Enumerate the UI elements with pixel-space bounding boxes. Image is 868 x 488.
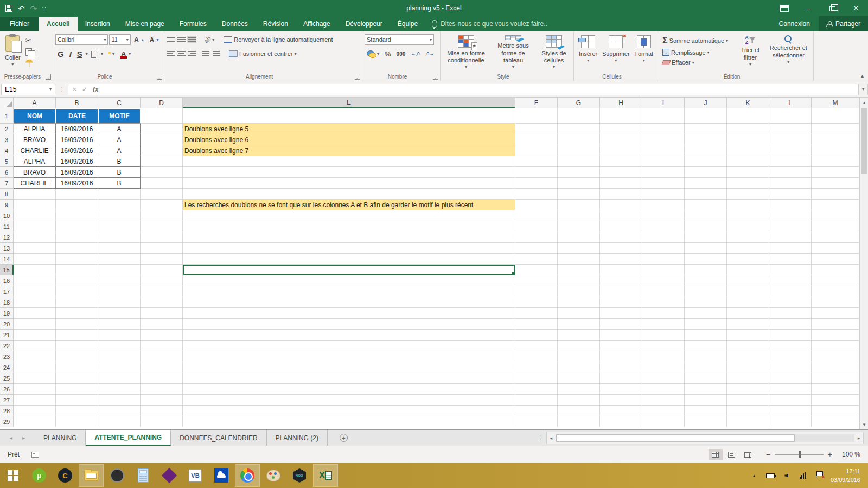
cell-M25[interactable]	[812, 373, 859, 384]
cell-G11[interactable]	[558, 221, 600, 232]
cell-B19[interactable]	[56, 308, 98, 319]
cell-K18[interactable]	[727, 297, 769, 308]
cell-G21[interactable]	[558, 330, 600, 341]
cell-G22[interactable]	[558, 341, 600, 351]
row-header-10[interactable]: 10	[0, 210, 14, 221]
row-header-18[interactable]: 18	[0, 297, 14, 308]
cell-G26[interactable]	[558, 384, 600, 395]
decrease-font-button[interactable]: A▼	[148, 35, 162, 44]
cell-M7[interactable]	[812, 178, 859, 189]
cell-E6[interactable]	[183, 167, 515, 178]
cell-A27[interactable]	[14, 395, 56, 406]
cell-C24[interactable]	[98, 362, 141, 373]
cell-I26[interactable]	[642, 384, 685, 395]
cell-A8[interactable]	[14, 189, 56, 200]
cell-H8[interactable]	[600, 189, 642, 200]
cell-K14[interactable]	[727, 254, 769, 265]
cell-D2[interactable]	[141, 124, 183, 134]
tab-equipe[interactable]: Équipe	[390, 17, 425, 31]
cell-B20[interactable]	[56, 319, 98, 330]
coller-button[interactable]: Coller ▾	[2, 33, 23, 71]
formula-bar-splitter[interactable]: ⋮	[55, 86, 68, 92]
row-header-5[interactable]: 5	[0, 156, 14, 167]
cell-D12[interactable]	[141, 232, 183, 243]
cell-D1[interactable]	[141, 108, 183, 124]
cell-G17[interactable]	[558, 286, 600, 297]
cell-E8[interactable]	[183, 189, 515, 200]
cell-L9[interactable]	[769, 200, 812, 210]
cell-B3[interactable]: 16/09/2016	[56, 134, 98, 145]
cell-L8[interactable]	[769, 189, 812, 200]
cell-I12[interactable]	[642, 232, 685, 243]
cell-K19[interactable]	[727, 308, 769, 319]
borders-button[interactable]: ▾	[89, 49, 105, 59]
cell-G6[interactable]	[558, 167, 600, 178]
cell-M16[interactable]	[812, 275, 859, 286]
cell-L12[interactable]	[769, 232, 812, 243]
cell-E25[interactable]	[183, 373, 515, 384]
cell-I6[interactable]	[642, 167, 685, 178]
somme-automatique-button[interactable]: Σ Somme automatique ▾	[660, 35, 730, 47]
cell-H11[interactable]	[600, 221, 642, 232]
cell-F10[interactable]	[515, 210, 558, 221]
row-header-12[interactable]: 12	[0, 232, 14, 243]
name-box[interactable]: E15 ▾	[1, 84, 55, 95]
cell-B15[interactable]	[56, 265, 98, 275]
cell-J10[interactable]	[685, 210, 727, 221]
cell-F19[interactable]	[515, 308, 558, 319]
cell-A7[interactable]: CHARLIE	[14, 178, 56, 189]
vertical-scroll-thumb[interactable]	[861, 108, 867, 174]
cell-I17[interactable]	[642, 286, 685, 297]
cell-I18[interactable]	[642, 297, 685, 308]
cell-G9[interactable]	[558, 200, 600, 210]
cell-E19[interactable]	[183, 308, 515, 319]
cell-B21[interactable]	[56, 330, 98, 341]
cell-K29[interactable]	[727, 416, 769, 427]
cell-K13[interactable]	[727, 243, 769, 254]
cell-J7[interactable]	[685, 178, 727, 189]
cell-G23[interactable]	[558, 351, 600, 362]
cell-I1[interactable]	[642, 108, 685, 124]
cell-D3[interactable]	[141, 134, 183, 145]
formula-input[interactable]	[103, 84, 858, 95]
conditional-formatting-button[interactable]: ≠ Mise en forme conditionnelle ▾	[443, 33, 489, 71]
cell-I21[interactable]	[642, 330, 685, 341]
column-header-A[interactable]: A	[14, 98, 56, 108]
cell-I8[interactable]	[642, 189, 685, 200]
cell-K24[interactable]	[727, 362, 769, 373]
cell-G13[interactable]	[558, 243, 600, 254]
cell-D25[interactable]	[141, 373, 183, 384]
cell-A23[interactable]	[14, 351, 56, 362]
utorrent-icon[interactable]: µ	[27, 465, 51, 486]
remplissage-button[interactable]: ↓ Remplissage ▾	[660, 48, 730, 57]
cell-F26[interactable]	[515, 384, 558, 395]
cell-C16[interactable]	[98, 275, 141, 286]
underline-button[interactable]: S	[75, 48, 85, 60]
format-as-table-button[interactable]: Mettre sous forme de tableau ▾	[489, 33, 537, 71]
cell-I16[interactable]	[642, 275, 685, 286]
cell-A29[interactable]	[14, 416, 56, 427]
tab-scrollbar-splitter[interactable]: ⋮	[534, 430, 546, 446]
row-header-26[interactable]: 26	[0, 384, 14, 395]
cell-C13[interactable]	[98, 243, 141, 254]
cell-I24[interactable]	[642, 362, 685, 373]
scroll-down-icon[interactable]: ▾	[860, 420, 868, 429]
cell-J11[interactable]	[685, 221, 727, 232]
cell-K26[interactable]	[727, 384, 769, 395]
cell-M28[interactable]	[812, 406, 859, 416]
cell-C5[interactable]: B	[98, 156, 141, 167]
cell-C10[interactable]	[98, 210, 141, 221]
cell-F2[interactable]	[515, 124, 558, 134]
merge-center-button[interactable]: Fusionner et centrer ▾	[227, 49, 298, 58]
row-header-27[interactable]: 27	[0, 395, 14, 406]
cell-L26[interactable]	[769, 384, 812, 395]
cell-B6[interactable]: 16/09/2016	[56, 167, 98, 178]
tab-donnees[interactable]: Données	[214, 17, 256, 31]
column-header-E[interactable]: E	[183, 98, 515, 108]
cell-I29[interactable]	[642, 416, 685, 427]
cell-J19[interactable]	[685, 308, 727, 319]
cell-K1[interactable]	[727, 108, 769, 124]
cell-C9[interactable]	[98, 200, 141, 210]
cell-G3[interactable]	[558, 134, 600, 145]
cell-I14[interactable]	[642, 254, 685, 265]
